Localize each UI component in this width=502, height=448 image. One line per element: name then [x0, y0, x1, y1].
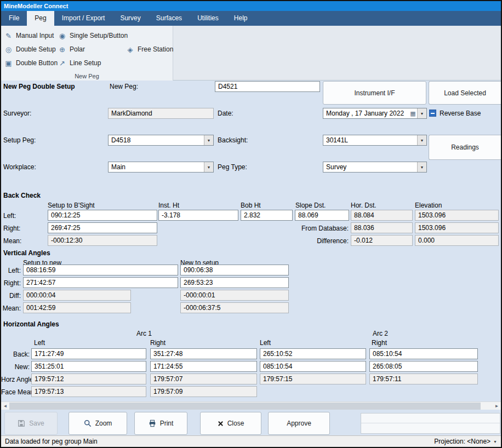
- bc-diff-hor: [351, 235, 413, 246]
- ribbon-group-label: New Peg: [1, 73, 173, 79]
- col-inst-ht: Inst. Ht: [158, 202, 179, 209]
- chevron-down-icon[interactable]: ▼: [417, 108, 426, 118]
- chevron-down-icon[interactable]: ▼: [204, 135, 213, 145]
- col-setup-to-bsight: Setup to B'Sight: [48, 202, 95, 209]
- polar-button[interactable]: ⊕ Polar: [58, 44, 85, 54]
- line-setup-button[interactable]: ↗ Line Setup: [58, 58, 101, 68]
- ha-back-3[interactable]: [260, 348, 366, 359]
- free-station-button[interactable]: ◈ Free Station: [126, 44, 173, 54]
- double-button-button[interactable]: ▣ Double Button: [4, 58, 58, 68]
- ha-new-4[interactable]: [369, 361, 478, 372]
- approve-label: Approve: [287, 420, 311, 427]
- print-button[interactable]: Print: [134, 412, 187, 435]
- ribbon: ✎ Manual Input ◉ Single Setup/Button ◎ D…: [1, 26, 501, 81]
- double-setup-icon: ◎: [4, 45, 13, 54]
- surveyor-input[interactable]: [108, 108, 214, 119]
- tab-survey[interactable]: Survey: [112, 11, 148, 26]
- arc2-left-col: Left: [260, 339, 271, 347]
- setup-peg-select[interactable]: D4518 ▼: [108, 135, 214, 146]
- zoom-button[interactable]: Zoom: [69, 412, 127, 435]
- va-left-1[interactable]: [23, 265, 178, 275]
- bc-diff-elev: [415, 235, 499, 246]
- va-left-2[interactable]: [180, 265, 289, 275]
- load-selected-label: Load Selected: [444, 89, 486, 97]
- new-peg-input[interactable]: [215, 81, 320, 92]
- projection-selector[interactable]: Projection: <None> ▼: [434, 438, 497, 445]
- tab-surfaces[interactable]: Surfaces: [149, 11, 190, 26]
- ha-horz-1: [31, 374, 146, 384]
- ha-back-1[interactable]: [31, 348, 146, 359]
- scroll-left-button[interactable]: ◄: [1, 402, 9, 410]
- polar-icon: ⊕: [58, 45, 66, 54]
- single-setup-label: Single Setup/Button: [70, 32, 128, 39]
- scroll-thumb[interactable]: [9, 403, 481, 410]
- ha-new-2[interactable]: [150, 361, 257, 372]
- ha-new-label: New:: [1, 363, 30, 371]
- printer-icon: [149, 420, 156, 427]
- surveyor-label: Surveyor:: [3, 110, 31, 117]
- va-right-1[interactable]: [23, 277, 178, 288]
- print-label: Print: [160, 420, 174, 427]
- peg-type-select[interactable]: Survey ▼: [323, 162, 427, 173]
- horizontal-angles-title: Horizontal Angles: [3, 320, 59, 328]
- chevron-down-icon[interactable]: ▼: [417, 162, 426, 172]
- tab-file[interactable]: File: [1, 11, 27, 26]
- tab-help[interactable]: Help: [226, 11, 255, 26]
- reverse-base-checkbox[interactable]: [429, 110, 436, 117]
- instrument-if-button[interactable]: Instrument I/F: [323, 81, 426, 105]
- chevron-down-icon[interactable]: ▼: [204, 162, 213, 172]
- info-panel: [361, 413, 500, 434]
- line-setup-icon: ↗: [58, 59, 66, 67]
- save-icon: [18, 420, 25, 427]
- chevron-down-icon[interactable]: ▼: [417, 135, 426, 145]
- bc-left-hor: [351, 210, 413, 221]
- single-setup-button[interactable]: ◉ Single Setup/Button: [58, 31, 128, 41]
- manual-input-label: Manual Input: [16, 32, 54, 39]
- va-diff-2: [180, 290, 289, 301]
- load-selected-button[interactable]: Load Selected: [429, 81, 501, 105]
- double-setup-button[interactable]: ◎ Double Setup: [4, 44, 56, 54]
- bc-db-hor: [351, 222, 413, 233]
- ha-horz-label: Horz Angle:: [1, 376, 30, 383]
- va-right-2[interactable]: [180, 277, 289, 288]
- bc-db-elev: [415, 222, 499, 233]
- tab-peg[interactable]: Peg: [27, 11, 54, 26]
- ha-new-3[interactable]: [260, 361, 366, 372]
- bc-left-inst-ht[interactable]: [158, 210, 238, 221]
- bc-left-slope[interactable]: [295, 210, 349, 221]
- tab-import-export[interactable]: Import / Export: [54, 11, 113, 26]
- ha-back-4[interactable]: [369, 348, 478, 359]
- date-label: Date:: [218, 110, 233, 117]
- workplace-value: Main: [109, 162, 204, 172]
- readings-button[interactable]: Readings: [429, 135, 501, 160]
- bc-right-setup[interactable]: [48, 222, 157, 233]
- workplace-select[interactable]: Main ▼: [108, 162, 214, 173]
- bc-left-bob-ht[interactable]: [241, 210, 293, 221]
- va-right-label: Right:: [1, 279, 21, 287]
- ribbon-group-new-peg: ✎ Manual Input ◉ Single Setup/Button ◎ D…: [1, 26, 173, 81]
- va-mean-label: Mean:: [1, 305, 21, 312]
- close-button[interactable]: Close: [200, 412, 261, 435]
- tab-utilities[interactable]: Utilities: [190, 11, 226, 26]
- col-hor-dst: Hor. Dst.: [351, 202, 376, 209]
- bc-left-setup[interactable]: [48, 210, 157, 221]
- ha-horz-2: [150, 374, 257, 384]
- va-diff-label: Diff:: [1, 292, 21, 300]
- free-station-icon: ◈: [126, 45, 134, 54]
- manual-input-button[interactable]: ✎ Manual Input: [4, 31, 54, 41]
- menu-bar: File Peg Import / Export Survey Surfaces…: [1, 11, 501, 26]
- scroll-right-button[interactable]: ►: [493, 402, 501, 410]
- arc1-label: Arc 1: [31, 330, 257, 337]
- va-left-label: Left:: [1, 267, 21, 274]
- workplace-label: Workplace:: [3, 163, 36, 171]
- ha-new-1[interactable]: [31, 361, 146, 372]
- instrument-if-label: Instrument I/F: [354, 89, 395, 97]
- arc1-right-col: Right: [150, 339, 166, 347]
- horizontal-scrollbar[interactable]: ◄ ►: [1, 401, 501, 410]
- difference-label: Difference:: [275, 237, 349, 245]
- ha-back-2[interactable]: [150, 348, 257, 359]
- approve-button[interactable]: Approve: [268, 412, 330, 435]
- date-picker[interactable]: Monday , 17 January 2022 ▦ ▼: [323, 108, 427, 119]
- projection-label: Projection: <None>: [434, 438, 490, 445]
- backsight-select[interactable]: 30141L ▼: [323, 135, 427, 146]
